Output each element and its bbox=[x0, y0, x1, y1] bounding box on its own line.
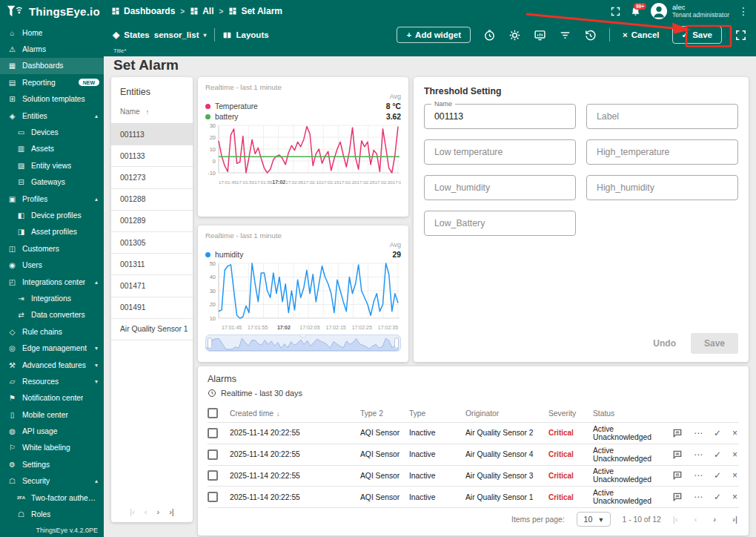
alarm-more-button[interactable]: ⋯ bbox=[694, 428, 703, 438]
navigator-left-handle[interactable] bbox=[208, 337, 212, 349]
entity-row[interactable]: 001471 bbox=[111, 275, 193, 297]
sidebar-item-advanced-features[interactable]: ⚒Advanced features▾ bbox=[0, 357, 104, 373]
entity-row[interactable]: Air Quality Sensor 1 bbox=[111, 319, 193, 340]
sidebar-item-settings[interactable]: ⚙Settings bbox=[0, 456, 104, 472]
alarm-row[interactable]: 2025-11-14 20:22:55AQI SensorInactiveAir… bbox=[208, 444, 739, 466]
sidebar-item-gateways[interactable]: ⊟Gateways bbox=[0, 174, 104, 191]
legend-item-battery[interactable]: battery 3.62 bbox=[205, 113, 401, 121]
name-field[interactable]: Name 001113 bbox=[424, 104, 576, 129]
alarm-row[interactable]: 2025-11-14 20:22:55AQI SensorInactiveAir… bbox=[208, 423, 739, 444]
column-created-time[interactable]: Created time↓ bbox=[230, 409, 360, 418]
user-menu[interactable]: alec Tenant administrator bbox=[650, 2, 729, 20]
prev-page-button[interactable]: ‹ bbox=[145, 507, 147, 516]
entity-row[interactable]: 001133 bbox=[111, 145, 193, 167]
sidebar-item-customers[interactable]: ◫Customers bbox=[0, 240, 104, 257]
page-title[interactable]: Set Alarm bbox=[113, 57, 179, 73]
sidebar-item-home[interactable]: ⌂Home bbox=[0, 24, 104, 41]
sidebar-item-resources[interactable]: ▱Resources▾ bbox=[0, 373, 104, 389]
row-checkbox[interactable] bbox=[208, 492, 218, 502]
first-page-button[interactable]: |‹ bbox=[673, 515, 678, 524]
row-checkbox[interactable] bbox=[208, 428, 218, 438]
alarm-comment-button[interactable] bbox=[672, 449, 683, 460]
entity-row[interactable]: 001491 bbox=[111, 297, 193, 319]
column-originator[interactable]: Originator bbox=[465, 409, 548, 418]
alarm-clear-button[interactable]: × bbox=[732, 449, 737, 460]
navigator-grip[interactable] bbox=[300, 335, 306, 337]
sidebar-item-users[interactable]: ◉Users bbox=[0, 257, 104, 273]
entity-row[interactable]: 001289 bbox=[111, 211, 193, 232]
alarms-timewindow[interactable]: Realtime - last 30 days bbox=[208, 389, 739, 398]
prev-page-button[interactable]: ‹ bbox=[694, 515, 697, 524]
alarm-comment-button[interactable] bbox=[672, 492, 683, 502]
notifications-button[interactable]: 99+ bbox=[630, 6, 641, 17]
timewindow-button[interactable] bbox=[483, 29, 496, 42]
threshold-save-button[interactable]: Save bbox=[691, 333, 738, 354]
sidebar-item-white-labeling[interactable]: ⚐White labeling bbox=[0, 440, 104, 456]
alarm-acknowledge-button[interactable]: ✓ bbox=[714, 449, 721, 460]
layouts-button[interactable]: Layouts bbox=[222, 30, 269, 40]
sidebar-item-assets[interactable]: ▥Assets bbox=[0, 141, 104, 157]
legend-item-humidity[interactable]: humidity 29 bbox=[205, 251, 401, 259]
sidebar-item-reporting[interactable]: ▤ReportingNEW bbox=[0, 74, 104, 90]
navigator-right-handle[interactable] bbox=[394, 337, 399, 349]
high-temperature-field[interactable]: High_temperature bbox=[586, 139, 738, 165]
next-page-button[interactable]: › bbox=[157, 507, 160, 516]
column-status[interactable]: Status bbox=[593, 409, 659, 418]
page-size-select[interactable]: 10 ▾ bbox=[577, 512, 611, 527]
sidebar-item-entity-views[interactable]: ▨Entity views bbox=[0, 157, 104, 174]
states-button[interactable]: ◈ States sensor_list ▾ bbox=[113, 30, 207, 40]
sidebar-item-api-usage[interactable]: ◍API usage bbox=[0, 423, 104, 439]
sidebar-item-notification-center[interactable]: ⚑Notification center bbox=[0, 390, 104, 406]
label-field[interactable]: Label bbox=[586, 104, 738, 129]
alarm-comment-button[interactable] bbox=[672, 470, 683, 481]
select-all-checkbox[interactable] bbox=[208, 408, 218, 418]
sidebar-item-data-converters[interactable]: ⇄Data converters bbox=[0, 307, 104, 323]
sidebar-item-two-factor[interactable]: 2FATwo-factor authenticati... bbox=[0, 490, 104, 506]
breadcrumb-set-alarm[interactable]: Set Alarm bbox=[228, 6, 282, 16]
alarm-row[interactable]: 2025-11-14 20:22:55AQI SensorInactiveAir… bbox=[208, 466, 739, 487]
sidebar-item-security[interactable]: ☖Security▴ bbox=[0, 473, 104, 490]
alarm-clear-button[interactable]: × bbox=[732, 428, 737, 438]
last-page-button[interactable]: ›| bbox=[732, 515, 737, 524]
alarm-row[interactable]: 2025-11-14 20:22:55AQI SensorInactiveAir… bbox=[208, 487, 739, 508]
low-battery-field[interactable]: Low_Battery bbox=[424, 211, 576, 236]
entity-row[interactable]: 001311 bbox=[111, 254, 193, 275]
chart-navigator[interactable] bbox=[205, 335, 401, 352]
save-button[interactable]: ✓ Save bbox=[672, 26, 723, 44]
expand-button[interactable] bbox=[735, 29, 747, 42]
breadcrumb-all[interactable]: All bbox=[190, 6, 213, 16]
column-type2[interactable]: Type 2 bbox=[360, 409, 409, 418]
next-page-button[interactable]: › bbox=[713, 515, 716, 524]
last-page-button[interactable]: ›| bbox=[169, 507, 174, 516]
state-value[interactable]: sensor_list bbox=[154, 30, 199, 39]
alarm-clear-button[interactable]: × bbox=[732, 492, 737, 502]
sidebar-item-edge-management[interactable]: ◎Edge management▾ bbox=[0, 340, 104, 356]
more-menu-button[interactable]: ⋮ bbox=[738, 5, 749, 17]
sidebar-item-alarms[interactable]: ⚠Alarms bbox=[0, 41, 104, 57]
sidebar-item-integrations[interactable]: ⇥Integrations bbox=[0, 290, 104, 306]
undo-button[interactable]: Undo bbox=[644, 333, 685, 354]
row-checkbox[interactable] bbox=[208, 449, 218, 460]
add-widget-button[interactable]: + Add widget bbox=[397, 27, 471, 43]
legend-item-temperature[interactable]: Temperature 8 °C bbox=[205, 102, 401, 111]
alarm-more-button[interactable]: ⋯ bbox=[694, 492, 703, 502]
fullscreen-button[interactable] bbox=[610, 6, 621, 17]
sidebar-item-entities[interactable]: ◈Entities▴ bbox=[0, 108, 104, 124]
low-humidity-field[interactable]: Low_humidity bbox=[424, 175, 576, 200]
entity-row[interactable]: 001305 bbox=[111, 232, 193, 254]
low-temperature-field[interactable]: Low temperature bbox=[424, 139, 576, 165]
sidebar-item-devices[interactable]: ▭Devices bbox=[0, 124, 104, 140]
column-severity[interactable]: Severity bbox=[548, 409, 593, 418]
first-page-button[interactable]: |‹ bbox=[130, 507, 135, 516]
alarm-comment-button[interactable] bbox=[672, 428, 683, 438]
alarm-acknowledge-button[interactable]: ✓ bbox=[714, 492, 721, 502]
sidebar-item-integrations-center[interactable]: ◰Integrations center▴ bbox=[0, 274, 104, 290]
cancel-button[interactable]: × Cancel bbox=[623, 30, 659, 39]
sidebar-item-rule-chains[interactable]: ◇Rule chains bbox=[0, 323, 104, 340]
entity-row[interactable]: 001288 bbox=[111, 189, 193, 211]
entities-name-column-header[interactable]: Name ↑ bbox=[111, 105, 193, 124]
breadcrumb-dashboards[interactable]: Dashboards bbox=[111, 6, 175, 16]
alarm-more-button[interactable]: ⋯ bbox=[694, 449, 703, 460]
alarm-clear-button[interactable]: × bbox=[732, 470, 737, 481]
alarm-acknowledge-button[interactable]: ✓ bbox=[714, 470, 721, 481]
